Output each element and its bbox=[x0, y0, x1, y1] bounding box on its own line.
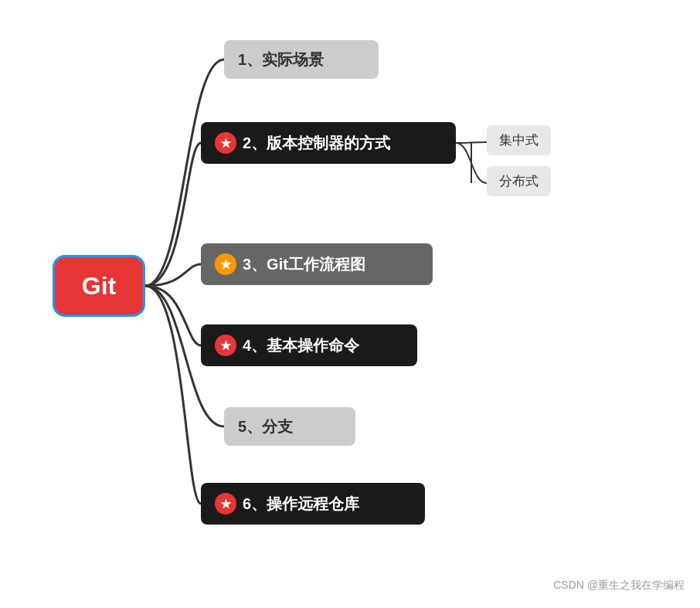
branch-1-label: 1、实际场景 bbox=[238, 49, 324, 70]
star-red-icon-4: ★ bbox=[215, 335, 236, 356]
branch-5: 5、分支 bbox=[224, 407, 355, 446]
branch-6: ★ 6、操作远程仓库 bbox=[201, 483, 425, 525]
subnode-2: 分布式 bbox=[487, 166, 551, 196]
subnode-1-label: 集中式 bbox=[499, 133, 539, 148]
star-orange-icon-3: ★ bbox=[215, 253, 236, 275]
branch-2: ★ 2、版本控制器的方式 bbox=[201, 122, 456, 164]
branch-3: ★ 3、Git工作流程图 bbox=[201, 243, 433, 285]
branch-4: ★ 4、基本操作命令 bbox=[201, 324, 417, 366]
branch-6-label: 6、操作远程仓库 bbox=[243, 494, 359, 515]
star-red-icon-6: ★ bbox=[215, 493, 236, 515]
branch-3-label: 3、Git工作流程图 bbox=[243, 254, 365, 275]
branch-4-label: 4、基本操作命令 bbox=[243, 335, 359, 356]
branch-1: 1、实际场景 bbox=[224, 40, 379, 79]
branch-2-label: 2、版本控制器的方式 bbox=[243, 133, 390, 154]
watermark-text: CSDN @重生之我在学编程 bbox=[553, 579, 685, 591]
subnode-2-label: 分布式 bbox=[499, 174, 539, 189]
subnode-1: 集中式 bbox=[487, 125, 551, 155]
root-label: Git bbox=[82, 272, 116, 301]
branch-5-label: 5、分支 bbox=[238, 416, 293, 437]
mind-map-canvas: Git 1、实际场景 ★ 2、版本控制器的方式 ★ 3、Git工作流程图 ★ 4… bbox=[0, 0, 700, 608]
watermark: CSDN @重生之我在学编程 bbox=[553, 579, 685, 593]
star-red-icon-2: ★ bbox=[215, 132, 236, 154]
root-node: Git bbox=[53, 255, 145, 317]
